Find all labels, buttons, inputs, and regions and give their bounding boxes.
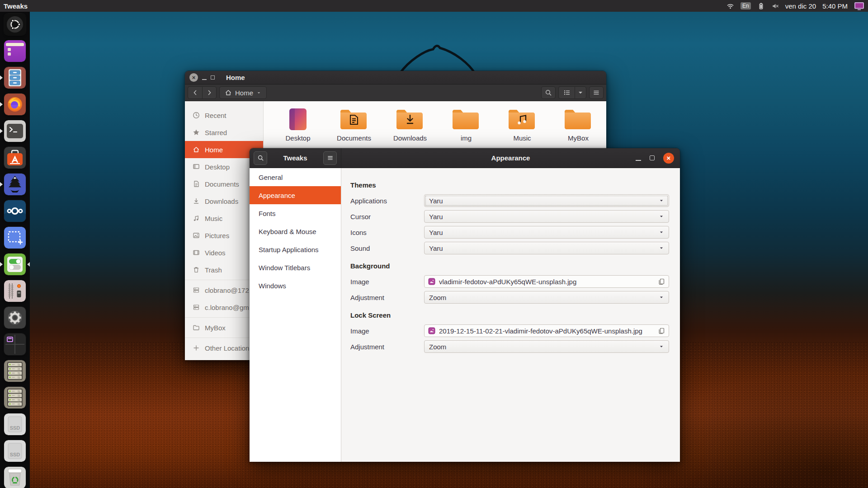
section-header-themes: Themes [350,181,669,190]
server-icon [193,286,200,294]
sidebar-item-windows[interactable]: Windows [250,277,341,295]
menu-button[interactable] [589,86,604,99]
caret-down-icon [659,295,664,300]
dock-item-tweaks[interactable] [4,253,26,275]
setting-label: Cursor [350,213,424,221]
minimize-button[interactable] [202,75,207,80]
wifi-icon[interactable] [726,2,734,10]
dock-inkscape-icon [4,174,26,195]
chevron-right-icon [206,89,213,96]
caret-down-icon [577,89,584,96]
minimize-button[interactable] [636,155,641,161]
sidebar-item-appearance[interactable]: Appearance [250,186,341,204]
dock-item-trash[interactable] [4,467,26,488]
dock-firefox-icon [4,94,26,115]
folder-item-downloads[interactable]: Downloads [382,108,438,142]
sidebar-item-window-titlebars[interactable]: Window Titlebars [250,258,341,277]
dock-item-firefox[interactable] [4,94,26,115]
dock-ubuntu-icon [4,14,26,35]
fold-desktop-icon [283,108,312,131]
dock-item-workspace-switcher[interactable] [4,333,26,355]
chevron-left-icon [192,89,199,96]
dock-ssd-icon: SSD [4,440,26,462]
dock-item-ssd-drive-2[interactable]: SSD [4,440,26,462]
fold-plain-icon [564,108,593,131]
primary-menu-button[interactable] [323,151,337,165]
tweaks-titlebar[interactable]: Tweaks Appearance × [250,148,680,168]
dropdown[interactable]: Yaru [424,210,669,223]
search-button[interactable] [254,151,267,165]
folder-item-img[interactable]: img [438,108,494,142]
close-button[interactable]: × [663,153,674,164]
folder-item-desktop[interactable]: Desktop [270,108,326,142]
image-file-icon [428,278,435,285]
dock-item-ssd-drive-1[interactable]: SSD [4,413,26,435]
maximize-button[interactable] [211,75,215,80]
system-status-area: En ven dic 20 5:40 PM [726,2,864,10]
dropdown[interactable]: Yaru [424,242,669,254]
caret-down-icon [659,198,664,203]
focused-app-name[interactable]: Tweaks [4,2,28,10]
dropdown[interactable]: Zoom [424,340,669,353]
dock-item-ubuntu-launcher[interactable] [4,14,26,35]
folder-item-mybox[interactable]: MyBox [550,108,606,142]
sidebar-item-keyboard-mouse[interactable]: Keyboard & Mouse [250,222,341,240]
dock-item-remote-server-2[interactable] [4,387,26,408]
list-view-button[interactable] [558,86,575,99]
path-bar-button[interactable]: Home [219,86,267,99]
sidebar-item-starred[interactable]: Starred [185,124,263,141]
back-button[interactable] [188,86,202,99]
dock-item-files[interactable] [4,67,26,89]
files-titlebar[interactable]: × Home [185,71,606,84]
file-chooser-button[interactable]: 2019-12-15-11-02-21-vladimir-fedotov-aPd… [424,324,669,337]
close-button[interactable]: × [189,73,198,82]
search-icon [257,155,264,161]
sidebar-item-recent[interactable]: Recent [185,107,263,124]
fold-music-icon [508,108,537,131]
search-button[interactable] [541,86,556,99]
sidebar-item-fonts[interactable]: Fonts [250,204,341,222]
dock-item-settings[interactable] [4,307,26,328]
fold-down-icon [396,108,425,131]
sidebar-item-startup-applications[interactable]: Startup Applications [250,240,341,258]
settings-row-adjustment: Adjustment Zoom [350,291,669,304]
dock-item-nextcloud[interactable] [4,200,26,222]
dropdown-value: Yaru [429,229,443,236]
display-icon[interactable] [854,2,864,10]
file-chooser-button[interactable]: vladimir-fedotov-aPdUKy65qWE-unsplash.jp… [424,275,669,288]
forward-button[interactable] [202,86,217,99]
battery-icon[interactable] [757,2,765,10]
window-title: Tweaks [267,154,323,162]
folder-item-music[interactable]: Music [494,108,550,142]
hamburger-menu-icon [327,155,334,161]
dock-item-audio-mixer[interactable] [4,280,26,302]
dock-item-remote-server-1[interactable] [4,360,26,382]
dock-item-inkscape[interactable] [4,174,26,195]
dropdown-value: Yaru [429,213,443,221]
clock-date[interactable]: ven dic 20 [785,2,816,10]
dock-item-terminal[interactable] [4,120,26,142]
dock-item-purple-window-app[interactable] [4,40,26,62]
keyboard-layout-indicator[interactable]: En [741,2,751,9]
dropdown-value: Zoom [429,343,446,351]
settings-row-image: Image 2019-12-15-11-02-21-vladimir-fedot… [350,324,669,337]
dropdown[interactable]: Zoom [424,291,669,304]
dropdown[interactable]: Yaru [424,194,669,207]
video-icon [193,249,200,256]
maximize-button[interactable] [650,155,655,160]
settings-row-applications: Applications Yaru [350,194,669,207]
trash-icon [193,266,200,273]
sidebar-item-general[interactable]: General [250,168,341,186]
volume-muted-icon[interactable] [771,2,779,10]
dropdown[interactable]: Yaru [424,226,669,239]
setting-label: Applications [350,197,424,205]
folder-item-documents[interactable]: Documents [326,108,382,142]
tweaks-body: General Appearance Fonts Keyboard & Mous… [250,168,680,462]
dock-item-ubuntu-software[interactable] [4,147,26,169]
file-name: vladimir-fedotov-aPdUKy65qWE-unsplash.jp… [439,278,576,286]
view-options-button[interactable] [575,86,586,99]
clock-time[interactable]: 5:40 PM [822,2,848,10]
dock-item-screenshot-tool[interactable] [4,227,26,249]
plus-icon [193,344,200,352]
fold-plain-icon [452,108,481,131]
